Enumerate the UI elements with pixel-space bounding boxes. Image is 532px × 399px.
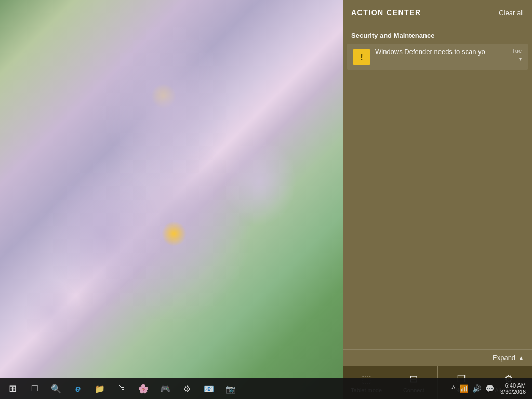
- warning-icon: !: [353, 49, 370, 65]
- pinned-app-4[interactable]: 📧: [198, 378, 219, 399]
- notification-text: Windows Defender needs to scan yo: [375, 48, 508, 56]
- edge-button[interactable]: e: [68, 378, 88, 399]
- expand-label: Expand: [493, 354, 515, 362]
- volume-icon[interactable]: 🔊: [471, 383, 482, 394]
- taskbar: ⊞ ❐ 🔍 e 📁 🛍 🌸 🎮 ⚙ 📧 📷 ^ 📶 🔊 💬 6:40 AM 3/…: [0, 378, 532, 399]
- search-button[interactable]: 🔍: [46, 378, 66, 399]
- notification-expand-icon: ▾: [519, 56, 522, 62]
- task-view-button[interactable]: ❐: [24, 378, 45, 399]
- expand-button[interactable]: Expand ▲: [343, 350, 532, 366]
- pinned-app-3[interactable]: ⚙: [177, 378, 197, 399]
- action-center-body: Security and Maintenance ! Windows Defen…: [343, 23, 532, 349]
- system-tray: ^ 📶 🔊 💬: [450, 383, 495, 394]
- desktop-wallpaper-overlay: [0, 0, 343, 399]
- explorer-button[interactable]: 📁: [89, 378, 110, 399]
- action-center-header: ACTION CENTER Clear all: [343, 0, 532, 23]
- notification-group-header: Security and Maintenance: [343, 23, 532, 44]
- taskbar-right: ^ 📶 🔊 💬 6:40 AM 3/30/2016: [446, 382, 532, 395]
- taskbar-left: ⊞ ❐ 🔍 e 📁 🛍 🌸 🎮 ⚙ 📧 📷: [0, 378, 243, 399]
- tray-chevron-icon[interactable]: ^: [450, 383, 456, 394]
- action-center-panel: ACTION CENTER Clear all Security and Mai…: [343, 0, 532, 399]
- clock-date: 3/30/2016: [500, 389, 526, 395]
- notification-tray-icon[interactable]: 💬: [484, 383, 495, 394]
- pinned-app-5[interactable]: 📷: [220, 378, 241, 399]
- action-center-title: ACTION CENTER: [351, 8, 421, 17]
- clock-time: 6:40 AM: [505, 382, 526, 389]
- expand-chevron-icon: ▲: [518, 355, 524, 361]
- notification-content: Windows Defender needs to scan yo: [375, 48, 508, 56]
- pinned-app-1[interactable]: 🌸: [133, 378, 154, 399]
- notification-meta: Tue ▾: [512, 48, 522, 62]
- network-icon[interactable]: 📶: [458, 383, 469, 394]
- taskbar-clock[interactable]: 6:40 AM 3/30/2016: [498, 382, 528, 395]
- notification-time: Tue: [512, 48, 522, 54]
- notification-item[interactable]: ! Windows Defender needs to scan yo Tue …: [347, 44, 528, 70]
- store-button[interactable]: 🛍: [111, 378, 132, 399]
- clear-all-button[interactable]: Clear all: [499, 9, 524, 17]
- start-button[interactable]: ⊞: [2, 378, 23, 399]
- pinned-app-2[interactable]: 🎮: [155, 378, 176, 399]
